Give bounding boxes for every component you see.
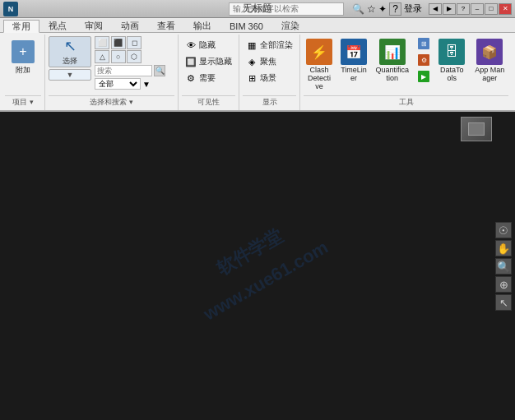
tools-items: ⚡ ClashDetective 📅 TimeLiner 📊 xyxy=(304,36,508,94)
icon-btn-1[interactable]: ⬜ xyxy=(95,36,109,49)
datatools-button[interactable]: 🗄 DataTools xyxy=(436,36,467,85)
timeliner-icon: 📅 xyxy=(341,39,367,65)
visibility-btn-1[interactable]: 👁 隐藏 xyxy=(182,38,219,53)
select-main-btn[interactable]: ↖ 选择 xyxy=(49,36,91,67)
app-manager-label: App Manager xyxy=(473,67,506,83)
vis-label-1: 隐藏 xyxy=(199,39,216,51)
icon-btn-6[interactable]: ⬡ xyxy=(127,50,142,63)
tool-btn-2[interactable]: ⚙ xyxy=(415,53,433,67)
maximize-btn[interactable]: □ xyxy=(485,3,498,15)
viewport-canvas[interactable]: 软件学堂 www.xue61.com ☉ ✋ 🔍 ⊕ ↖ xyxy=(0,112,515,420)
watermark: 软件学堂 www.xue61.com xyxy=(180,203,334,330)
tool-icon-1: ⊞ xyxy=(418,38,429,49)
visibility-items: 👁 隐藏 🔲 显示隐藏 ⚙ 需要 xyxy=(182,36,235,94)
disp-label-1: 全部渲染 xyxy=(260,39,293,51)
display-btn-1[interactable]: ▦ 全部渲染 xyxy=(243,38,296,53)
watermark-line1: 软件学堂 xyxy=(180,203,318,301)
tab-animation[interactable]: 动画 xyxy=(112,19,148,32)
select-group: ↖ 选择 ▼ xyxy=(49,36,91,81)
search-input[interactable] xyxy=(95,65,152,76)
append-label: 附加 xyxy=(16,67,30,75)
datatools-label: DataTools xyxy=(438,67,465,83)
help2-btn[interactable]: ? xyxy=(457,3,470,15)
quantification-button[interactable]: 📊 Quantification xyxy=(373,36,411,85)
project-items: + 附加 xyxy=(5,36,41,94)
icon-btn-2[interactable]: ⬛ xyxy=(111,36,126,49)
append-icon: + xyxy=(10,39,36,65)
close-btn[interactable]: ✕ xyxy=(499,3,512,15)
tab-output[interactable]: 输出 xyxy=(184,19,220,32)
tab-bim360[interactable]: BIM 360 xyxy=(220,19,272,32)
tab-common[interactable]: 常用 xyxy=(3,20,39,33)
tab-viewpoint[interactable]: 视点 xyxy=(39,19,76,32)
bookmark-icon[interactable]: ✦ xyxy=(378,3,387,15)
star-icon[interactable]: ☆ xyxy=(367,3,376,15)
icon-btn-3[interactable]: ◻ xyxy=(127,36,142,49)
tool-btn-1[interactable]: ⊞ xyxy=(415,36,433,51)
minimize-btn[interactable]: – xyxy=(471,3,484,15)
window-title: 无标题 xyxy=(243,2,272,16)
title-bar: N 无标题 🔍 ☆ ✦ ? 登录 ◀ ▶ ? – □ ✕ xyxy=(0,0,515,18)
small-tool-buttons: ⊞ ⚙ ▶ xyxy=(415,36,433,84)
select-group-label: 选择和搜索 ▾ xyxy=(49,95,174,108)
select-icon-grid: ⬜ ⬛ ◻ △ ○ ⬡ xyxy=(95,36,142,63)
tools-group-label: 工具 xyxy=(304,95,508,108)
append-button[interactable]: + 附加 xyxy=(5,36,41,82)
ribbon-group-tools: ⚡ ClashDetective 📅 TimeLiner 📊 xyxy=(302,35,512,110)
visibility-btn-2[interactable]: 🔲 显示隐藏 xyxy=(182,54,235,69)
quantification-label: Quantification xyxy=(375,67,409,83)
tab-render[interactable]: 渲染 xyxy=(272,19,309,32)
filter-select[interactable]: 全部 xyxy=(95,78,141,90)
search-btn[interactable]: 🔍 xyxy=(154,65,165,76)
required-icon: ⚙ xyxy=(185,72,197,84)
ribbon-body: + 附加 项目 ▾ ↖ 选择 ▼ ⬜ ⬛ ◻ xyxy=(0,33,515,112)
clash-detective-button[interactable]: ⚡ ClashDetective xyxy=(304,36,335,94)
nav-btn-hand[interactable]: ☉ xyxy=(495,222,512,238)
project-group-label: 项目 ▾ xyxy=(5,95,41,108)
app-logo: N xyxy=(3,2,18,16)
disp-label-3: 场景 xyxy=(260,72,276,84)
timeliner-button[interactable]: 📅 TimeLiner xyxy=(338,36,369,85)
search-icon[interactable]: 🔍 xyxy=(352,3,364,15)
clash-icon: ⚡ xyxy=(306,39,332,65)
select-dropdown-btn[interactable]: ▼ xyxy=(49,69,91,81)
filter-inputs: 全部 ▼ xyxy=(95,78,165,90)
icon-btn-5[interactable]: ○ xyxy=(111,50,126,63)
display-btn-3[interactable]: ⊞ 场景 xyxy=(243,71,280,85)
nav-btn-zoom[interactable]: 🔍 xyxy=(495,258,512,275)
filter-icon: ▼ xyxy=(142,80,151,89)
nav-btn-select[interactable]: ↖ xyxy=(495,294,512,311)
ribbon-group-visibility: 👁 隐藏 🔲 显示隐藏 ⚙ 需要 可见性 xyxy=(180,35,239,110)
nav-right-btn[interactable]: ▶ xyxy=(443,3,456,15)
nav-left-btn[interactable]: ◀ xyxy=(429,3,442,15)
window-controls: ◀ ▶ ? – □ ✕ xyxy=(429,3,512,15)
nav-btn-rotate[interactable]: ✋ xyxy=(495,240,512,256)
thumbnail-preview[interactable] xyxy=(461,117,492,141)
select-items: ↖ 选择 ▼ ⬜ ⬛ ◻ △ ○ ⬡ 🔍 xyxy=(49,36,174,94)
unhide-icon: 🔲 xyxy=(185,56,197,67)
ribbon-group-select: ↖ 选择 ▼ ⬜ ⬛ ◻ △ ○ ⬡ 🔍 xyxy=(47,35,179,110)
ribbon-group-display: ▦ 全部渲染 ◈ 聚焦 ⊞ 场景 显示 xyxy=(241,35,300,110)
focus-icon: ◈ xyxy=(246,56,258,67)
ribbon-group-project: + 附加 项目 ▾ xyxy=(3,35,45,110)
toolbar-icons: 🔍 ☆ ✦ ? 登录 xyxy=(352,2,422,16)
ribbon-tabs: 常用 视点 审阅 动画 查看 输出 BIM 360 渲染 xyxy=(0,18,515,33)
visibility-btn-3[interactable]: ⚙ 需要 xyxy=(182,71,219,85)
vis-label-3: 需要 xyxy=(199,72,216,84)
icon-btn-4[interactable]: △ xyxy=(95,50,109,63)
help-icon[interactable]: ? xyxy=(389,2,401,16)
display-btn-2[interactable]: ◈ 聚焦 xyxy=(243,54,280,69)
user-icon[interactable]: 登录 xyxy=(404,2,422,15)
tool-btn-3[interactable]: ▶ xyxy=(415,69,433,84)
app-manager-icon: 📦 xyxy=(476,39,503,65)
tab-view[interactable]: 查看 xyxy=(148,19,184,32)
tab-review[interactable]: 审阅 xyxy=(76,19,112,32)
watermark-line2: www.xue61.com xyxy=(197,232,334,330)
app-manager-button[interactable]: 📦 App Manager xyxy=(471,36,508,85)
display-group-label: 显示 xyxy=(243,95,296,108)
tool-icon-2: ⚙ xyxy=(418,54,429,66)
nav-btn-fit[interactable]: ⊕ xyxy=(495,276,512,293)
right-toolbar: ☉ ✋ 🔍 ⊕ ↖ xyxy=(495,222,512,311)
disp-label-2: 聚焦 xyxy=(260,56,276,67)
view-icon: ⊞ xyxy=(246,72,258,84)
